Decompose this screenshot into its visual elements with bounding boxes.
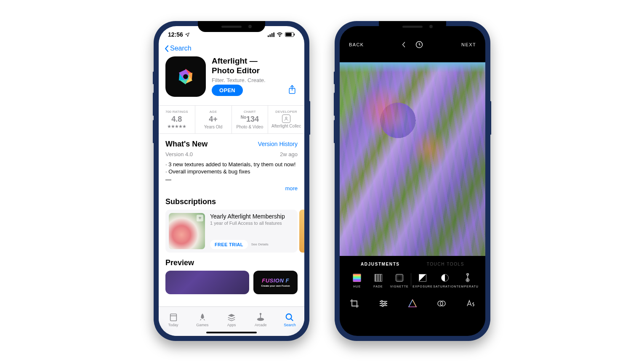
tab-adjustments[interactable]: ADJUSTMENTS bbox=[361, 262, 400, 266]
nav-back-label: Search bbox=[170, 45, 192, 52]
release-notes: · 3 new textures added to Materials, try… bbox=[165, 161, 298, 184]
star-icon: ★★★★★ bbox=[160, 124, 194, 129]
filters-button[interactable] bbox=[407, 298, 418, 309]
app-tagline: Filter. Texture. Create. bbox=[212, 77, 298, 83]
rocket-icon bbox=[198, 313, 207, 322]
stat-age: AGE 4+ Years Old bbox=[195, 106, 232, 133]
svg-point-10 bbox=[285, 117, 287, 119]
svg-rect-7 bbox=[294, 34, 295, 36]
crop-icon bbox=[349, 298, 359, 309]
svg-point-15 bbox=[286, 314, 292, 319]
stat-chart: CHART No134 Photo & Video bbox=[232, 106, 269, 133]
preview-card-1[interactable] bbox=[165, 271, 249, 294]
temperature-icon bbox=[463, 273, 472, 282]
tab-today[interactable]: Today bbox=[159, 307, 188, 333]
tool-vignette[interactable]: VIGNETTE bbox=[389, 273, 410, 288]
svg-rect-0 bbox=[268, 35, 269, 37]
hue-icon bbox=[353, 274, 361, 282]
subscriptions-title: Subscriptions bbox=[165, 197, 298, 206]
svg-point-4 bbox=[279, 35, 280, 36]
tab-arcade[interactable]: Arcade bbox=[246, 307, 275, 333]
app-header: Afterlight — Photo Editor Filter. Textur… bbox=[159, 55, 304, 103]
tool-temperature[interactable]: TEMPERATU bbox=[456, 273, 479, 288]
svg-line-16 bbox=[291, 318, 293, 321]
see-details-link[interactable]: See Details bbox=[251, 242, 269, 246]
release-age: 2w ago bbox=[280, 151, 298, 157]
tool-hue[interactable]: HUE bbox=[346, 273, 367, 288]
subscription-card[interactable]: + Yearly Afterlight Membership 1 year of… bbox=[165, 210, 298, 253]
svg-point-13 bbox=[257, 317, 264, 320]
share-icon bbox=[288, 85, 296, 94]
app-title: Afterlight — Photo Editor bbox=[212, 56, 298, 76]
battery-icon bbox=[285, 32, 295, 37]
tool-saturation[interactable]: SATURATION bbox=[433, 273, 456, 288]
next-button[interactable]: NEXT bbox=[461, 42, 476, 47]
crop-button[interactable] bbox=[349, 298, 359, 309]
whats-new-title: What's New bbox=[165, 140, 208, 149]
home-indicator[interactable] bbox=[206, 332, 257, 333]
signal-icon bbox=[268, 32, 274, 37]
tool-tabs: ADJUSTMENTS TOUCH TOOLS bbox=[340, 256, 485, 270]
tab-apps[interactable]: Apps bbox=[217, 307, 246, 333]
tab-touch-tools[interactable]: TOUCH TOOLS bbox=[427, 262, 464, 266]
nav-back[interactable]: Search bbox=[159, 43, 304, 55]
phone-appstore: 12:56 Search bbox=[154, 21, 309, 341]
whats-new-section: What's New Version History Version 4.0 2… bbox=[159, 134, 304, 192]
tab-search[interactable]: Search bbox=[275, 307, 304, 333]
tool-exposure[interactable]: EXPOSURE bbox=[412, 273, 433, 288]
text-button[interactable] bbox=[466, 298, 476, 309]
status-time: 12:56 bbox=[168, 31, 183, 38]
sliders-button[interactable] bbox=[378, 298, 389, 309]
open-button[interactable]: OPEN bbox=[212, 85, 243, 96]
stats-row[interactable]: 700 RATINGS 4.8 ★★★★★ AGE 4+ Years Old C… bbox=[159, 105, 304, 134]
svg-point-26 bbox=[382, 305, 383, 306]
subscription-next[interactable] bbox=[299, 210, 304, 253]
svg-point-25 bbox=[384, 303, 386, 304]
svg-rect-11 bbox=[170, 314, 176, 321]
svg-point-14 bbox=[260, 313, 262, 315]
prism-icon bbox=[407, 298, 418, 309]
svg-rect-6 bbox=[286, 33, 292, 36]
exposure-icon bbox=[419, 274, 426, 282]
photo-canvas[interactable] bbox=[340, 62, 485, 256]
preview-row[interactable]: FUSION F Create your own Fusion bbox=[159, 267, 304, 294]
chevron-left-icon[interactable] bbox=[402, 41, 406, 48]
version-label: Version 4.0 bbox=[165, 151, 193, 157]
svg-rect-1 bbox=[269, 34, 271, 37]
vignette-icon bbox=[396, 274, 403, 282]
subscription-name: Yearly Afterlight Membership bbox=[210, 213, 294, 220]
svg-point-8 bbox=[183, 74, 188, 79]
stat-ratings: 700 RATINGS 4.8 ★★★★★ bbox=[159, 106, 195, 133]
overlays-button[interactable] bbox=[436, 298, 447, 309]
aperture-icon bbox=[173, 64, 198, 89]
location-icon bbox=[185, 32, 190, 37]
more-link[interactable]: more bbox=[165, 185, 298, 192]
person-icon bbox=[282, 114, 290, 123]
search-icon bbox=[285, 313, 294, 322]
subscription-desc: 1 year of Full Access to all features bbox=[210, 221, 294, 226]
subscriptions-section: Subscriptions + Yearly Afterlight Member… bbox=[159, 192, 304, 253]
preview-title: Preview bbox=[165, 258, 298, 267]
apps-icon bbox=[227, 313, 236, 322]
back-button[interactable]: BACK bbox=[349, 42, 364, 47]
arcade-icon bbox=[256, 313, 265, 322]
plus-icon: + bbox=[197, 215, 203, 221]
history-button[interactable] bbox=[415, 40, 423, 49]
tab-games[interactable]: Games bbox=[188, 307, 217, 333]
svg-rect-3 bbox=[273, 32, 274, 37]
today-icon bbox=[169, 313, 178, 322]
tool-fade[interactable]: FADE bbox=[367, 273, 389, 288]
share-button[interactable] bbox=[287, 83, 298, 98]
saturation-icon bbox=[441, 274, 449, 282]
editor-top-bar: BACK NEXT bbox=[340, 33, 485, 56]
separator bbox=[411, 273, 411, 287]
version-history-link[interactable]: Version History bbox=[258, 141, 298, 147]
bottom-toolbar bbox=[340, 292, 485, 315]
text-icon bbox=[466, 298, 476, 309]
wifi-icon bbox=[277, 32, 283, 37]
tools-row[interactable]: HUE FADE VIGNETTE EXPOSURE SATURATION bbox=[340, 270, 485, 288]
preview-card-2[interactable]: FUSION F Create your own Fusion bbox=[253, 271, 298, 294]
sliders-icon bbox=[378, 298, 389, 309]
free-trial-button[interactable]: FREE TRIAL bbox=[210, 240, 248, 249]
fade-icon bbox=[375, 274, 382, 282]
